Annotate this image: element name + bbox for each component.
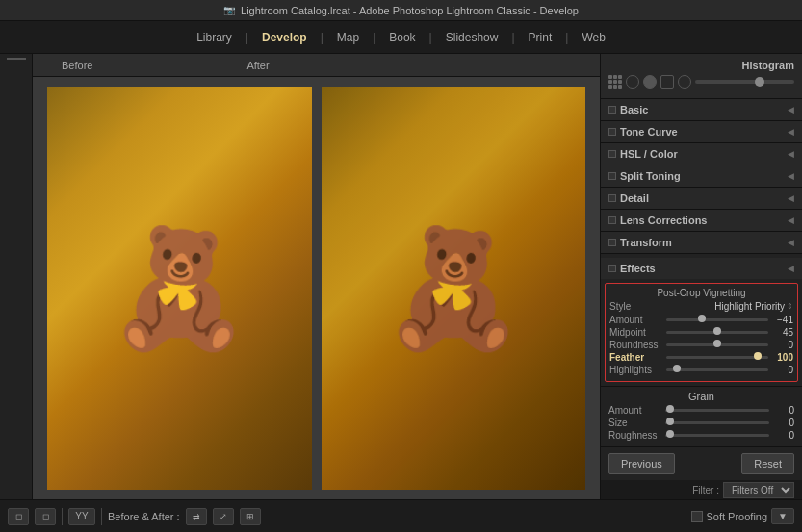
filter-dropdown[interactable]: Filters Off (723, 482, 794, 498)
grain-amount-label: Amount (608, 405, 661, 416)
nav-book[interactable]: Book (381, 31, 423, 44)
grain-roughness-label: Roughness (608, 430, 661, 441)
hsl-header[interactable]: HSL / Color ◀ (601, 143, 802, 165)
effects-section: Effects ◀ Post-Crop Vignetting Style Hig… (601, 254, 802, 499)
grain-title: Grain (608, 391, 794, 402)
title-bar: 📷 Lightroom Catalog.lrcat - Adobe Photos… (0, 0, 802, 21)
view-labels: Before After (33, 54, 600, 77)
detail-arrow: ◀ (788, 193, 794, 203)
detail-section: Detail ◀ (601, 188, 802, 210)
grain-amount-slider[interactable] (665, 409, 769, 412)
basic-title: Basic (620, 104, 648, 115)
tool-btn-2[interactable]: ◻ (35, 508, 56, 525)
nav-web[interactable]: Web (574, 31, 612, 44)
main-area: Before After Histogram (0, 54, 802, 499)
before-after-btn-2[interactable]: ⤢ (213, 508, 234, 525)
grain-section: Grain Amount 0 Size 0 Roughness (601, 386, 802, 446)
transform-arrow: ◀ (788, 238, 794, 247)
grain-size-slider[interactable] (665, 421, 769, 424)
nav-slideshow[interactable]: Slideshow (438, 31, 506, 44)
hsl-section: HSL / Color ◀ (601, 143, 802, 165)
style-label: Style (609, 301, 631, 312)
tone-curve-title: Tone Curve (620, 126, 678, 138)
transform-title: Transform (620, 237, 672, 248)
split-toning-section: Split Toning ◀ (601, 165, 802, 188)
soft-proofing-dropdown[interactable]: ▼ (771, 508, 794, 524)
basic-section: Basic ◀ (601, 99, 802, 121)
roundness-slider-row: Roundness 0 (609, 340, 793, 350)
effects-header[interactable]: Effects ◀ (601, 258, 802, 279)
tool-btn-1[interactable]: ◻ (8, 508, 29, 525)
amount-label: Amount (609, 315, 662, 325)
histogram-slider[interactable] (695, 80, 794, 84)
filter-label: Filter : (692, 485, 719, 495)
feather-slider[interactable] (666, 356, 768, 359)
style-value[interactable]: Highlight Priority ⇕ (714, 301, 793, 312)
effects-toggle[interactable] (608, 265, 616, 272)
before-after-btn-1[interactable]: ⇄ (186, 508, 207, 525)
lens-corrections-header[interactable]: Lens Corrections ◀ (601, 210, 802, 231)
toolbar-divider-2 (101, 508, 102, 525)
transform-header[interactable]: Transform ◀ (601, 232, 802, 253)
amount-slider[interactable] (666, 318, 768, 321)
after-label: After (246, 60, 269, 71)
previous-button[interactable]: Previous (608, 453, 675, 474)
basic-header[interactable]: Basic ◀ (601, 99, 802, 120)
midpoint-slider[interactable] (666, 331, 768, 334)
grain-amount-row: Amount 0 (608, 405, 794, 416)
hsl-title: HSL / Color (620, 148, 678, 160)
split-toning-toggle[interactable] (608, 172, 616, 180)
after-photo (322, 87, 586, 490)
circle-btn-2[interactable] (643, 75, 657, 89)
before-photo (47, 87, 312, 490)
before-bear-image (47, 87, 312, 490)
bottom-toolbar: ◻ ◻ YY Before & After : ⇄ ⤢ ⊞ Soft Proof… (0, 499, 802, 532)
histogram-title: Histogram (608, 60, 794, 71)
transform-toggle[interactable] (608, 239, 616, 246)
highlights-value: 0 (772, 365, 793, 375)
split-toning-header[interactable]: Split Toning ◀ (601, 165, 802, 187)
grid-icon[interactable] (608, 75, 622, 89)
grain-size-row: Size 0 (608, 418, 794, 428)
photos-area (33, 77, 600, 499)
before-label: Before (62, 60, 92, 71)
detail-toggle[interactable] (608, 194, 616, 202)
basic-arrow: ◀ (788, 105, 794, 114)
grain-roughness-slider[interactable] (665, 434, 769, 437)
nav-map[interactable]: Map (329, 31, 367, 44)
grain-roughness-row: Roughness 0 (608, 430, 794, 441)
center-area: Before After (33, 54, 600, 499)
basic-toggle[interactable] (608, 106, 616, 114)
lens-corrections-title: Lens Corrections (620, 215, 707, 226)
split-toning-title: Split Toning (620, 170, 681, 182)
transform-section: Transform ◀ (601, 232, 802, 254)
nav-library[interactable]: Library (189, 31, 240, 44)
toolbar-divider-1 (62, 508, 63, 525)
tone-curve-toggle[interactable] (608, 128, 616, 136)
after-bear-image (322, 87, 586, 490)
hsl-toggle[interactable] (608, 150, 616, 158)
square-btn[interactable] (660, 75, 674, 89)
lens-corrections-section: Lens Corrections ◀ (601, 210, 802, 232)
soft-proofing-checkbox[interactable] (691, 511, 703, 522)
lens-corrections-toggle[interactable] (608, 216, 616, 224)
tone-curve-header[interactable]: Tone Curve ◀ (601, 121, 802, 142)
app-icon: 📷 (223, 5, 235, 15)
circle-btn-1[interactable] (626, 75, 639, 89)
filter-bar: Filter : Filters Off (601, 480, 802, 499)
soft-proofing-area: Soft Proofing ▼ (691, 508, 795, 524)
vignetting-box: Post-Crop Vignetting Style Highlight Pri… (605, 283, 798, 382)
nav-print[interactable]: Print (521, 31, 560, 44)
highlights-slider[interactable] (666, 368, 768, 371)
tool-btn-yy[interactable]: YY (68, 508, 95, 525)
before-after-btn-3[interactable]: ⊞ (240, 508, 261, 525)
top-nav: Library | Develop | Map | Book | Slidesh… (0, 21, 802, 54)
circle-btn-3[interactable] (678, 75, 691, 89)
roundness-slider[interactable] (666, 343, 768, 346)
vignetting-style-row: Style Highlight Priority ⇕ (609, 301, 793, 312)
detail-header[interactable]: Detail ◀ (601, 188, 802, 209)
nav-develop[interactable]: Develop (254, 31, 315, 44)
hsl-arrow: ◀ (788, 149, 794, 159)
reset-button[interactable]: Reset (741, 453, 794, 474)
effects-title: Effects (620, 263, 656, 274)
